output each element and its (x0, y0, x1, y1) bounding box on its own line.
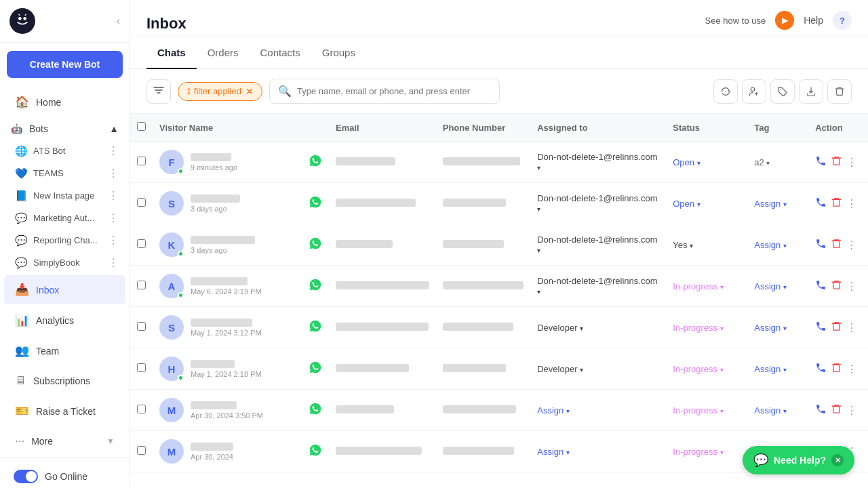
whatsapp-icon (309, 157, 322, 170)
status-badge[interactable]: In-progress ▾ (673, 364, 723, 374)
row-more-button[interactable]: ⋮ (846, 321, 857, 334)
tag-assign[interactable]: Assign ▾ (754, 281, 787, 291)
search-input[interactable] (297, 86, 491, 96)
sidebar-collapse-btn[interactable]: ‹ (117, 15, 120, 27)
delete-button[interactable] (831, 197, 842, 211)
tag-assign[interactable]: Assign ▾ (754, 199, 787, 209)
play-button[interactable]: ▶ (775, 11, 794, 30)
status-cell: Yes ▾ (666, 224, 747, 266)
need-help-button[interactable]: 💬 Need Help? ✕ (743, 446, 854, 474)
delete-button[interactable] (831, 238, 842, 252)
avatar-letter: K (168, 239, 176, 251)
assigned-to-user[interactable]: Developer ▾ (537, 323, 583, 333)
go-online-toggle[interactable] (14, 470, 38, 483)
bot-item-ats[interactable]: 🌐 ATS Bot ⋮ (0, 140, 130, 162)
help-button[interactable]: ? (833, 11, 852, 30)
row-checkbox[interactable] (137, 405, 146, 413)
status-badge[interactable]: In-progress ▾ (673, 281, 723, 291)
tab-chats[interactable]: Chats (146, 37, 197, 69)
row-more-button[interactable]: ⋮ (846, 404, 857, 417)
row-checkbox[interactable] (137, 363, 146, 372)
sidebar-item-analytics[interactable]: 📊 Analytics (4, 306, 125, 335)
create-new-bot-button[interactable]: Create New Bot (7, 51, 123, 78)
delete-button[interactable] (831, 155, 842, 169)
bot-item-reporting[interactable]: 💬 Reporting Cha... ⋮ (0, 229, 130, 251)
need-help-close-button[interactable]: ✕ (831, 454, 844, 466)
assign-user-button[interactable] (742, 79, 766, 104)
call-button[interactable] (815, 155, 827, 169)
bot-more-icon-3[interactable]: ⋮ (108, 189, 119, 202)
bot-item-teams[interactable]: 💙 TEAMS ⋮ (0, 162, 130, 184)
assigned-to-user[interactable]: Don-not-delete-1@relinns.com ▾ (537, 152, 657, 172)
assigned-to-user[interactable]: Developer ▾ (537, 364, 583, 374)
call-button[interactable] (815, 197, 827, 211)
call-button[interactable] (815, 362, 827, 376)
call-button[interactable] (815, 403, 827, 418)
bot-more-icon-5[interactable]: ⋮ (108, 234, 119, 247)
bot-more-icon-4[interactable]: ⋮ (108, 211, 119, 224)
assigned-to-assign[interactable]: Assign ▾ (537, 405, 570, 415)
assigned-to-user[interactable]: Don-not-delete-1@relinns.com ▾ (537, 276, 657, 296)
sidebar-item-subscriptions[interactable]: 🖥 Subscriptions (4, 367, 125, 395)
inbox-table: Visitor Name Email Phone Number Assigned… (130, 114, 868, 472)
filter-button[interactable] (146, 79, 171, 104)
row-more-button[interactable]: ⋮ (846, 197, 857, 210)
tab-contacts[interactable]: Contacts (250, 37, 311, 69)
sidebar-item-inbox[interactable]: 📥 Inbox (4, 275, 125, 304)
sidebar-bots-header[interactable]: 🤖 Bots ▲ (0, 118, 130, 140)
bot-item-simplybook[interactable]: 💬 SimplyBook ⋮ (0, 251, 130, 274)
refresh-button[interactable] (713, 79, 738, 104)
tag-assign[interactable]: Assign ▾ (754, 405, 787, 415)
assigned-to-assign[interactable]: Assign ▾ (537, 447, 570, 457)
bot-more-icon[interactable]: ⋮ (108, 144, 119, 157)
delete-button[interactable] (831, 403, 842, 418)
filter-close-button[interactable]: ✕ (245, 86, 254, 97)
assigned-to-user[interactable]: Don-not-delete-1@relinns.com ▾ (537, 193, 657, 214)
row-more-button[interactable]: ⋮ (846, 363, 857, 375)
status-badge[interactable]: Yes ▾ (673, 240, 693, 250)
row-checkbox[interactable] (137, 157, 146, 165)
email-value (336, 199, 416, 207)
row-checkbox[interactable] (137, 322, 146, 331)
need-help-label: Need Help? (774, 455, 826, 466)
status-badge[interactable]: Open ▾ (673, 157, 700, 167)
row-checkbox[interactable] (137, 281, 146, 289)
delete-button[interactable] (831, 321, 842, 335)
tag-button[interactable] (770, 79, 795, 104)
row-checkbox[interactable] (137, 239, 146, 248)
tag-cell: Assign ▾ (747, 390, 808, 431)
delete-button[interactable] (831, 279, 842, 293)
search-box[interactable]: 🔍 (269, 79, 500, 104)
status-badge[interactable]: In-progress ▾ (673, 323, 723, 333)
select-all-checkbox[interactable] (137, 122, 146, 131)
status-badge[interactable]: In-progress ▾ (673, 447, 723, 457)
bot-item-marketing[interactable]: 💬 Marketing Aut... ⋮ (0, 207, 130, 229)
row-more-button[interactable]: ⋮ (846, 280, 857, 293)
row-more-button[interactable]: ⋮ (846, 156, 857, 169)
sidebar-item-home[interactable]: 🏠 Home (4, 87, 125, 117)
assigned-to-user[interactable]: Don-not-delete-1@relinns.com ▾ (537, 235, 657, 255)
call-button[interactable] (815, 279, 827, 293)
visitor-info: May 6, 2024 3:19 PM (191, 277, 262, 296)
tag-assign[interactable]: Assign ▾ (754, 364, 787, 374)
row-checkbox[interactable] (137, 198, 146, 207)
tag-assign[interactable]: Assign ▾ (754, 240, 787, 250)
bot-more-icon-6[interactable]: ⋮ (108, 256, 119, 269)
delete-all-button[interactable] (827, 79, 852, 104)
tag-assign[interactable]: Assign ▾ (754, 323, 787, 333)
download-button[interactable] (799, 79, 823, 104)
call-button[interactable] (815, 321, 827, 335)
bot-item-insta[interactable]: 📘 New Insta page ⋮ (0, 184, 130, 207)
row-checkbox[interactable] (137, 446, 146, 455)
tab-orders[interactable]: Orders (197, 37, 250, 69)
sidebar-item-team[interactable]: 👥 Team (4, 336, 125, 365)
status-badge[interactable]: Open ▾ (673, 199, 700, 209)
sidebar-item-more[interactable]: ··· More ▼ (4, 427, 125, 455)
delete-button[interactable] (831, 362, 842, 376)
call-button[interactable] (815, 238, 827, 252)
status-badge[interactable]: In-progress ▾ (673, 405, 723, 415)
bot-more-icon-2[interactable]: ⋮ (108, 167, 119, 180)
sidebar-item-raise-ticket[interactable]: 🎫 Raise a Ticket (4, 396, 125, 426)
tab-groups[interactable]: Groups (311, 37, 366, 69)
row-more-button[interactable]: ⋮ (846, 239, 857, 251)
